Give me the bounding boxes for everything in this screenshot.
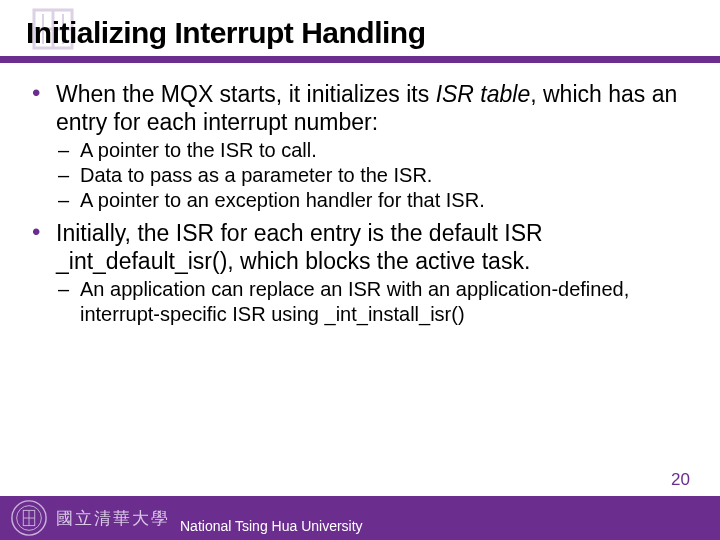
bullet-item: Initially, the ISR for each entry is the… [28, 219, 696, 327]
footer-university-en: National Tsing Hua University [180, 518, 363, 540]
sub-bullet-list: An application can replace an ISR with a… [56, 277, 696, 327]
bullet-text: Initially, the ISR for each entry is the… [56, 220, 543, 274]
bullet-item: When the MQX starts, it initializes its … [28, 80, 696, 213]
footer-bar: 國立清華大學 National Tsing Hua University [0, 496, 720, 540]
bullet-text-part: When the MQX starts, it initializes its [56, 81, 436, 107]
sub-bullet-item: A pointer to the ISR to call. [56, 138, 696, 163]
title-underline [0, 56, 720, 63]
slide: Initializing Interrupt Handling When the… [0, 0, 720, 540]
bullet-list: When the MQX starts, it initializes its … [28, 80, 696, 327]
page-number: 20 [671, 470, 690, 490]
slide-content: When the MQX starts, it initializes its … [28, 80, 696, 333]
sub-bullet-item: An application can replace an ISR with a… [56, 277, 696, 327]
sub-bullet-item: Data to pass as a parameter to the ISR. [56, 163, 696, 188]
slide-title: Initializing Interrupt Handling [26, 16, 425, 50]
footer-university-cn: 國立清華大學 [56, 507, 170, 530]
sub-bullet-item: A pointer to an exception handler for th… [56, 188, 696, 213]
sub-bullet-list: A pointer to the ISR to call. Data to pa… [56, 138, 696, 213]
bullet-text-italic: ISR table [436, 81, 531, 107]
university-seal-icon [10, 499, 48, 537]
